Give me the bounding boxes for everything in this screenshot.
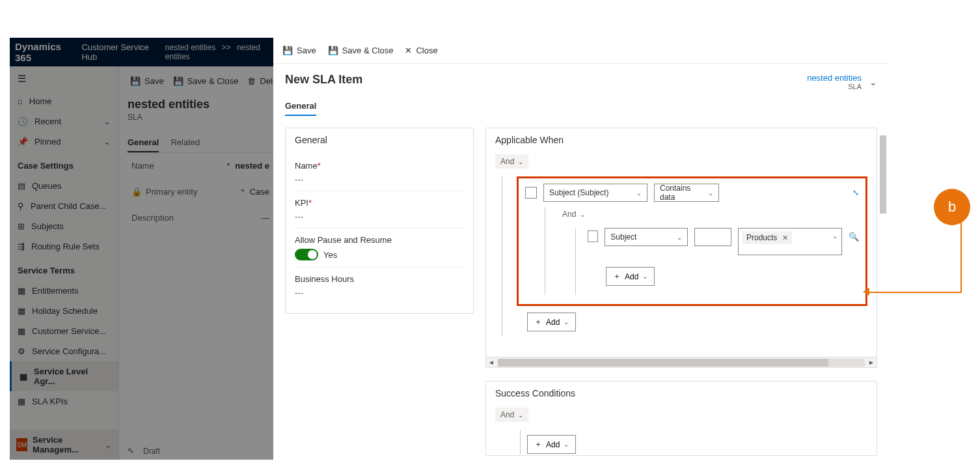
tag-label: Products [746, 233, 777, 242]
allowpause-toggle[interactable]: Yes [295, 249, 464, 260]
operator-select-empty[interactable]: ⌄ [694, 228, 731, 246]
modal-overlay [10, 38, 273, 460]
close-button[interactable]: ✕Close [405, 46, 437, 55]
flyout-title: New SLA Item [285, 73, 362, 87]
condition-checkbox[interactable] [525, 187, 537, 199]
nested-condition-container: Subject ⌄ ⌄ Products [575, 228, 859, 295]
chevron-down-icon: ⌄ [708, 189, 713, 197]
chevron-down-icon: ⌄ [564, 318, 569, 326]
nested-group: And⌄ Subject ⌄ ⌄ [545, 207, 859, 295]
vscroll-thumb[interactable] [880, 135, 886, 214]
chevron-down-icon: ⌄ [580, 211, 585, 218]
field-select-label: Subject (Subject) [549, 188, 608, 197]
field-businesshours[interactable]: Business Hours --- [295, 268, 464, 304]
add-label: Add [546, 440, 560, 449]
close-icon: ✕ [405, 46, 412, 55]
operator-select-label: Contains data [660, 184, 701, 202]
parent-record-link[interactable]: nested entities [807, 73, 862, 83]
sla-item-flyout: 💾Save 💾Save & Close ✕Close New SLA Item … [273, 38, 889, 460]
plus-icon: ＋ [613, 271, 621, 282]
saveclose-button[interactable]: 💾Save & Close [328, 46, 394, 55]
value-lookup-products[interactable]: Products ✕ ⌄ [738, 228, 842, 255]
scroll-left-icon[interactable]: ◄ [486, 359, 497, 366]
field-name[interactable]: Name* --- [295, 154, 464, 191]
root-and-operator[interactable]: And⌄ [495, 154, 528, 169]
chevron-down-icon: ⌄ [518, 158, 523, 165]
plus-icon: ＋ [534, 316, 542, 328]
annotation-line-horizontal [867, 292, 962, 293]
flyout-commandbar: 💾Save 💾Save & Close ✕Close [273, 38, 889, 64]
success-and-operator[interactable]: And⌄ [495, 408, 528, 422]
chevron-down-icon: ⌄ [636, 189, 642, 197]
conditions-column: Applicable When And⌄ Subject (Subject) ⌄ [485, 128, 877, 456]
businesshours-label: Business Hours [295, 274, 354, 284]
field-kpi[interactable]: KPI* --- [295, 191, 464, 229]
toggle-switch-on[interactable] [295, 249, 318, 260]
kpi-label: KPI* [295, 198, 312, 208]
search-icon[interactable]: 🔍 [849, 232, 859, 242]
field-allowpause[interactable]: Allow Pause and Resume Yes [295, 229, 464, 268]
annotation-arrow-icon [863, 288, 869, 296]
horizontal-scrollbar[interactable]: ◄ ► [486, 357, 877, 367]
annotation-marker-b: b [934, 189, 970, 225]
allowpause-label: Allow Pause and Resume [295, 235, 392, 245]
general-card: General Name* --- KPI* --- Allow Pause a… [285, 128, 474, 314]
toggle-value: Yes [323, 250, 337, 260]
root-add-button[interactable]: ＋Add⌄ [527, 313, 576, 331]
success-conditions-card: Success Conditions And⌄ ＋Add⌄ [485, 381, 877, 456]
add-label: Add [625, 272, 638, 281]
tab-general[interactable]: General [285, 97, 316, 116]
name-value[interactable]: --- [295, 174, 464, 184]
parent-record-type: SLA [807, 83, 862, 91]
condition-row-2: Subject ⌄ ⌄ Products [588, 228, 859, 255]
save-label: Save [297, 46, 316, 55]
lookup-tag-products: Products ✕ [742, 231, 792, 244]
scroll-thumb[interactable] [498, 359, 828, 367]
scroll-right-icon[interactable]: ► [866, 359, 877, 366]
nested-add-button[interactable]: ＋Add⌄ [606, 267, 655, 286]
chevron-down-icon: ⌄ [677, 234, 682, 241]
save-icon: 💾 [282, 46, 293, 55]
add-label: Add [546, 318, 560, 327]
required-indicator: * [318, 161, 321, 171]
chevron-down-icon: ⌄ [518, 411, 523, 419]
scroll-track[interactable] [498, 359, 865, 367]
flyout-content: General Name* --- KPI* --- Allow Pause a… [273, 116, 889, 467]
operator-select-containsdata[interactable]: Contains data ⌄ [654, 184, 719, 202]
save-button[interactable]: 💾Save [282, 46, 316, 55]
required-indicator: * [308, 198, 312, 208]
chevron-down-icon: ⌄ [642, 273, 647, 280]
general-card-title: General [286, 128, 473, 152]
collapse-icon[interactable]: ⤡ [852, 188, 859, 197]
close-label: Close [416, 46, 437, 55]
chevron-down-icon[interactable]: ⌄ [869, 77, 877, 87]
flyout-header-right[interactable]: nested entities SLA ⌄ [807, 73, 877, 91]
success-add-button[interactable]: ＋Add⌄ [527, 435, 576, 454]
vertical-scrollbar[interactable] [878, 135, 888, 474]
tag-remove-icon[interactable]: ✕ [782, 234, 788, 242]
chevron-down-icon: ⌄ [832, 232, 837, 240]
flyout-header: New SLA Item nested entities SLA ⌄ [273, 64, 889, 91]
applicable-when-card: Applicable When And⌄ Subject (Subject) ⌄ [485, 128, 877, 368]
nested-and-operator[interactable]: And⌄ [557, 207, 590, 221]
plus-icon: ＋ [534, 439, 542, 450]
field-select-subject[interactable]: Subject (Subject) ⌄ [543, 184, 647, 202]
name-label: Name* [295, 161, 321, 171]
highlighted-condition-group: Subject (Subject) ⌄ Contains data ⌄ ⤡ An… [517, 176, 867, 306]
field-select-label: Subject [610, 232, 636, 242]
saveclose-label: Save & Close [342, 46, 394, 55]
condition-row-1: Subject (Subject) ⌄ Contains data ⌄ ⤡ [525, 184, 859, 202]
chevron-down-icon: ⌄ [564, 441, 569, 448]
flyout-tabs: General [273, 91, 889, 116]
field-select-subject2[interactable]: Subject ⌄ [605, 228, 687, 246]
condition-checkbox[interactable] [588, 230, 598, 242]
applicable-when-title: Applicable When [486, 128, 877, 152]
businesshours-value[interactable]: --- [295, 288, 464, 298]
success-conditions-title: Success Conditions [486, 382, 877, 405]
kpi-value[interactable]: --- [295, 212, 464, 221]
saveclose-icon: 💾 [328, 46, 338, 55]
